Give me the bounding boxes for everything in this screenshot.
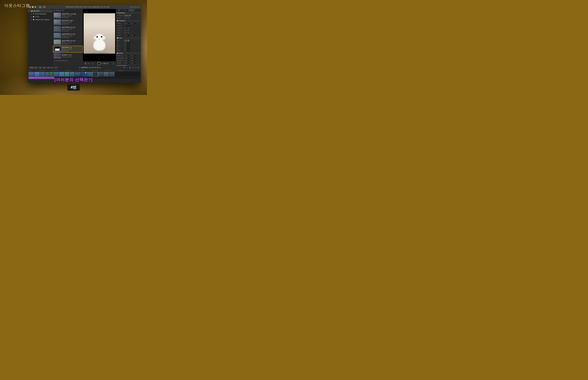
clip-ta05909-selected[interactable] bbox=[92, 72, 98, 76]
br-x-input[interactable] bbox=[125, 57, 130, 59]
project-name-1: @@240517_팔치 bbox=[62, 20, 82, 22]
inspector-tab-video[interactable]: 📷 bbox=[116, 9, 122, 11]
crop-left-input[interactable] bbox=[124, 42, 131, 44]
clip-gx010270-7[interactable] bbox=[59, 72, 64, 76]
tl-x-input[interactable] bbox=[125, 62, 130, 64]
sidebar-item-whisper[interactable]: ▶ 📁 Whisper Auto Captions bbox=[28, 18, 53, 21]
tr-y-input[interactable] bbox=[131, 60, 136, 61]
project-item-6[interactable]: @240517_도리 7/11/24, 3:57 PM bbox=[53, 53, 83, 59]
inspector-tab-info[interactable]: ℹ bbox=[128, 9, 135, 11]
scale-x-input[interactable] bbox=[124, 30, 128, 31]
sidebar-item-7924[interactable]: ▶ 📁 7-9-24 bbox=[28, 15, 53, 18]
bl-y-input[interactable] bbox=[131, 55, 136, 57]
clip-gx010270-1[interactable]: GX010270 bbox=[28, 72, 34, 76]
minimize-button[interactable] bbox=[32, 6, 34, 8]
bl-x-input[interactable] bbox=[125, 55, 130, 57]
crop-right-input[interactable] bbox=[124, 45, 131, 47]
crop-top-input[interactable] bbox=[124, 47, 131, 49]
ruler-mark-3: 00:01:20:00 bbox=[65, 70, 72, 71]
clip-btn-3[interactable]: ⊠ bbox=[42, 67, 46, 69]
tl-right-btn3[interactable]: 🎧 bbox=[129, 66, 132, 69]
tl-y-input[interactable] bbox=[131, 62, 136, 64]
preview-fullscreen-btn[interactable]: ⊞ bbox=[84, 62, 87, 65]
br-y-input[interactable] bbox=[131, 57, 136, 59]
project-item-2[interactable]: @@240808_한도공1 8/13/24, 12:43 AM 00:01:18… bbox=[53, 26, 83, 32]
inspector-tab-share[interactable]: ↑ bbox=[135, 9, 141, 11]
title-bar-icon-1[interactable]: ◩ bbox=[39, 6, 42, 8]
clip-gx0-5[interactable] bbox=[50, 72, 53, 76]
clip-btn-4[interactable]: ▼ bbox=[46, 67, 50, 69]
clip-gx010270-4[interactable] bbox=[45, 72, 49, 76]
clip-btn-2[interactable]: ⊟ bbox=[38, 67, 42, 69]
preview-expand-btn[interactable]: ⤢ bbox=[112, 62, 114, 65]
blend-mode-select[interactable]: Normal bbox=[124, 15, 131, 17]
clip-ta05905[interactable] bbox=[109, 72, 115, 76]
clip-ta05847[interactable]: @TA£05847 bbox=[75, 72, 81, 76]
preview-tools-btn[interactable]: ✂ bbox=[88, 62, 90, 65]
playhead-handle[interactable] bbox=[85, 72, 86, 73]
tr-x-input[interactable] bbox=[125, 60, 130, 61]
clip-gx010270-9[interactable] bbox=[70, 72, 75, 76]
select-btn[interactable]: ↖ bbox=[50, 67, 54, 69]
timeline-next-btn[interactable]: ▶ bbox=[99, 66, 101, 69]
timeline-playhead[interactable] bbox=[86, 72, 86, 76]
distort-checkbox[interactable]: ✓ bbox=[117, 53, 118, 54]
scale-y-input[interactable] bbox=[124, 32, 128, 34]
timeline-index-btn[interactable]: Index bbox=[29, 67, 35, 69]
timeline-prev-btn[interactable]: ◀ bbox=[79, 66, 81, 69]
sidebar-item-filsecheok[interactable]: ▼ 📁 필스체작 bbox=[28, 10, 53, 12]
smart-collection-icon: ◆ bbox=[33, 13, 35, 15]
anchor-y-input[interactable] bbox=[131, 35, 136, 36]
project-thumb-2 bbox=[54, 26, 61, 32]
opacity-input[interactable] bbox=[124, 17, 128, 19]
project-thumb-6 bbox=[54, 53, 61, 58]
tl-right-btn6[interactable]: ⊠ bbox=[138, 66, 140, 69]
project-item-3[interactable]: @@240808_한도공2 8/13/24, 12:43 AM 00:00:59… bbox=[53, 32, 83, 39]
position-x-input[interactable] bbox=[125, 22, 130, 24]
ruler-mark-4: 00:01:30:00 bbox=[79, 70, 85, 71]
inspector-panel: 📷 🎵 ℹ ↑ Compositing Blend Mode Normal Op… bbox=[116, 9, 141, 66]
anchor-x-input[interactable] bbox=[125, 35, 130, 36]
clip-gx010270-2[interactable] bbox=[34, 72, 40, 76]
scale-all-input[interactable] bbox=[124, 27, 128, 29]
sidebar-whisper-label: Whisper Auto Captions bbox=[35, 19, 50, 20]
clip-gx0-8[interactable] bbox=[65, 72, 69, 76]
clip-gx010270-3[interactable] bbox=[40, 72, 45, 76]
clip-ta05974[interactable] bbox=[104, 72, 109, 76]
crop-type-select[interactable]: Trim bbox=[124, 39, 130, 42]
crop-bottom-input[interactable] bbox=[124, 50, 131, 52]
project-info-1: @@240517_팔치 8/13/24, 8:58 PM 00:00:53:25 bbox=[62, 20, 82, 25]
crop-checkbox[interactable]: ✓ bbox=[117, 37, 118, 39]
tl-right-btn1[interactable]: +⊞ bbox=[122, 66, 125, 69]
timeline-ruler: 00:00 00:01:00:00 00:01:10:00 00:01:20:0… bbox=[28, 69, 141, 72]
maximize-button[interactable] bbox=[35, 6, 36, 8]
pos-x-label: X bbox=[124, 23, 124, 24]
project-item-1[interactable]: @@240517_팔치 8/13/24, 8:58 PM 00:00:53:25 bbox=[53, 19, 83, 26]
position-y-input[interactable] bbox=[131, 22, 136, 24]
blade-btn[interactable]: ✂ bbox=[54, 67, 57, 69]
transform-checkbox[interactable]: ✓ bbox=[117, 20, 118, 21]
preview-more-btn[interactable]: ⊙ bbox=[91, 62, 94, 65]
project-date-5: 8/13/24, 9:21 PM bbox=[62, 49, 82, 50]
clip-ta05853[interactable] bbox=[87, 72, 92, 76]
sidebar-item-smart-collections[interactable]: ▶ ◆ Smart Collections bbox=[28, 12, 53, 15]
anchor-y-label: Y bbox=[130, 35, 131, 36]
inspector-tab-audio[interactable]: 🎵 bbox=[122, 9, 129, 11]
clip-ta05972[interactable] bbox=[98, 72, 103, 76]
tl-right-btn4[interactable]: ⊟ bbox=[132, 66, 134, 69]
clip-gx01-6[interactable] bbox=[53, 72, 59, 76]
crop-bottom-label: Bottom bbox=[117, 50, 123, 51]
scale-x-label: Scale X bbox=[117, 30, 123, 31]
br-x: X bbox=[124, 57, 124, 59]
timeline-main-track[interactable]: GX010270 bbox=[28, 72, 140, 76]
tl-right-btn2[interactable]: ⤢ bbox=[126, 66, 128, 69]
project-item-0[interactable]: @@240422_신선마뇰 8/13/24, 6:38 AM 00:00:59:… bbox=[53, 12, 83, 19]
project-item-5[interactable]: @@240813_솔 8/13/24, 9:21 PM 00:01:52:25 bbox=[53, 46, 83, 53]
preview-play-btn[interactable]: ▶ bbox=[97, 62, 101, 65]
clip-btn-1[interactable]: ⊞ bbox=[35, 67, 38, 69]
tl-right-btn5[interactable]: ⊡ bbox=[135, 66, 137, 69]
rotation-input[interactable] bbox=[124, 25, 131, 27]
library-panel: ▶ Projects (27) @@240422_신선마뇰 8/13/24, 6… bbox=[53, 9, 83, 66]
project-item-4[interactable]: @@240808_한도공3 8/13/24, 1:20 AM 00:00:54:… bbox=[53, 39, 83, 46]
title-bar-icon-2[interactable]: ⚙ bbox=[43, 6, 46, 8]
